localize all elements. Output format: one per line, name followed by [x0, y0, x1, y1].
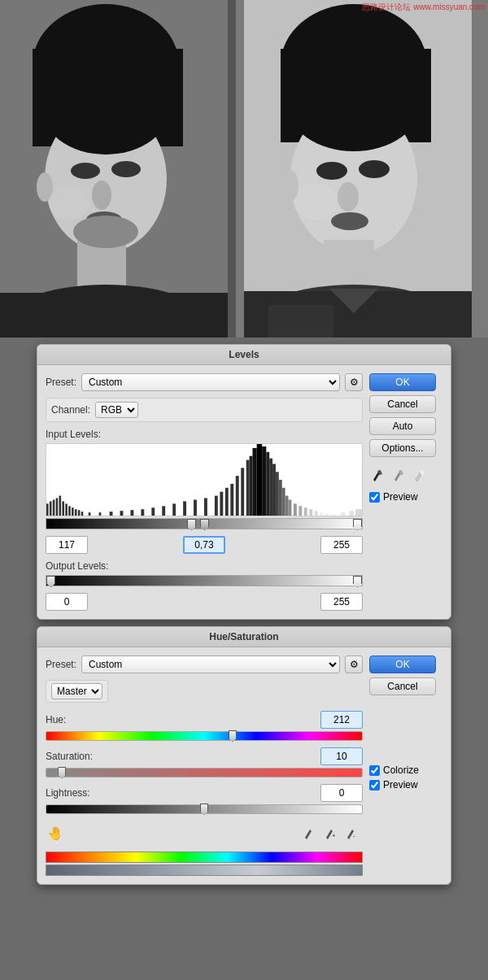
levels-preset-select[interactable]: Custom: [81, 373, 340, 391]
svg-point-24: [331, 212, 368, 230]
photo-after: [244, 0, 472, 338]
gray-eyedropper-icon[interactable]: [390, 466, 408, 484]
levels-channel-row: Channel: RGB: [46, 398, 363, 422]
svg-point-20: [287, 57, 420, 151]
watermark: 思路设计论坛 www.missyuan.com: [362, 2, 485, 13]
svg-rect-54: [183, 501, 186, 516]
hue-slider-track[interactable]: [46, 731, 363, 741]
svg-rect-41: [72, 507, 74, 516]
svg-rect-71: [276, 472, 279, 516]
svg-rect-86: [355, 509, 362, 516]
svg-rect-68: [266, 452, 269, 516]
input-white-handle[interactable]: [353, 519, 362, 530]
levels-gear-button[interactable]: ⚙: [345, 373, 363, 391]
svg-point-29: [294, 184, 338, 220]
svg-rect-12: [0, 293, 228, 338]
levels-options-button[interactable]: Options...: [369, 439, 436, 457]
svg-point-21: [316, 162, 347, 180]
levels-cancel-button[interactable]: Cancel: [369, 395, 436, 413]
svg-rect-31: [268, 305, 333, 338]
hue-slider-thumb[interactable]: [229, 730, 237, 742]
black-eyedropper-icon[interactable]: [369, 466, 387, 484]
svg-point-7: [111, 161, 141, 177]
hs-master-select[interactable]: Master: [51, 683, 102, 699]
input-levels-slider[interactable]: [46, 518, 363, 533]
hs-preview-label: Preview: [383, 779, 418, 791]
levels-preset-row: Preset: Custom ⚙: [46, 373, 363, 391]
hue-label: Hue:: [46, 714, 66, 725]
svg-rect-52: [162, 506, 165, 516]
white-eyedropper-icon[interactable]: [412, 466, 429, 484]
input-mid-field[interactable]: [183, 536, 225, 554]
lightness-slider-track[interactable]: [46, 804, 363, 814]
lightness-label: Lightness:: [46, 787, 90, 799]
svg-point-23: [338, 182, 359, 211]
levels-ok-button[interactable]: OK: [369, 373, 436, 391]
hs-preset-row: Preset: Custom ⚙: [46, 656, 363, 673]
svg-rect-49: [130, 510, 133, 516]
hue-value-input[interactable]: [320, 711, 363, 729]
levels-dialog: Levels Preset: Custom ⚙ Channel: RGB Inp…: [37, 344, 451, 620]
levels-auto-button[interactable]: Auto: [369, 417, 436, 435]
saturation-slider-track[interactable]: [46, 768, 363, 777]
svg-rect-51: [151, 507, 155, 516]
svg-point-5: [41, 57, 171, 155]
levels-dialog-left: Preset: Custom ⚙ Channel: RGB Input Leve…: [46, 373, 363, 611]
output-min-field[interactable]: [46, 593, 88, 611]
photo-before: [0, 0, 228, 338]
lightness-value-input[interactable]: [320, 784, 363, 802]
saturation-slider-thumb[interactable]: [58, 767, 66, 778]
hs-eyedropper-add-icon[interactable]: +: [322, 824, 340, 842]
hs-preview-checkbox[interactable]: [369, 780, 380, 791]
input-black-handle[interactable]: [187, 519, 196, 530]
svg-rect-57: [215, 496, 218, 516]
levels-preset-label: Preset:: [46, 377, 76, 388]
output-levels-slider[interactable]: [46, 575, 363, 590]
colorize-checkbox[interactable]: [369, 765, 380, 776]
svg-rect-40: [68, 506, 71, 516]
levels-channel-select[interactable]: RGB: [95, 402, 138, 418]
saturation-value-input[interactable]: [320, 747, 363, 765]
hs-cancel-button[interactable]: Cancel: [369, 677, 436, 695]
lightness-slider-thumb[interactable]: [200, 804, 208, 815]
output-levels-label: Output Levels:: [46, 560, 363, 572]
svg-rect-63: [246, 460, 250, 516]
levels-preview-checkbox[interactable]: [369, 492, 380, 503]
svg-text:+: +: [332, 832, 336, 839]
svg-rect-74: [285, 496, 289, 516]
hs-ok-button[interactable]: OK: [369, 656, 436, 673]
input-max-field[interactable]: [320, 536, 363, 554]
hs-eyedropper-subtract-icon[interactable]: -: [343, 824, 361, 842]
hue-saturation-dialog: Hue/Saturation Preset: Custom ⚙ Master: [37, 626, 451, 885]
levels-dialog-title: Levels: [37, 345, 451, 365]
svg-rect-75: [288, 499, 291, 516]
output-black-handle[interactable]: [46, 576, 55, 587]
output-max-field[interactable]: [320, 593, 363, 611]
hs-gear-button[interactable]: ⚙: [345, 656, 363, 673]
input-min-field[interactable]: [46, 536, 88, 554]
histogram: [46, 443, 363, 516]
svg-rect-56: [204, 498, 207, 516]
hs-dialog-title: Hue/Saturation: [37, 627, 451, 647]
svg-text:-: -: [353, 832, 355, 839]
svg-rect-79: [309, 509, 312, 516]
hand-tool-icon[interactable]: 🤚: [47, 825, 63, 841]
svg-rect-80: [315, 511, 318, 516]
svg-rect-61: [236, 476, 239, 516]
lightness-slider-section: Lightness:: [46, 784, 363, 814]
hs-eyedropper-icon[interactable]: [301, 824, 319, 842]
svg-point-13: [73, 216, 138, 248]
svg-rect-47: [110, 512, 113, 516]
svg-rect-85: [349, 511, 353, 516]
input-mid-handle[interactable]: [200, 519, 209, 530]
svg-rect-58: [220, 492, 223, 516]
svg-rect-37: [59, 496, 62, 516]
svg-rect-50: [141, 509, 144, 516]
svg-rect-65: [252, 448, 256, 516]
hs-color-bars: [46, 852, 363, 876]
levels-preview-label: Preview: [383, 491, 418, 503]
hs-preset-select[interactable]: Custom: [81, 656, 340, 673]
svg-rect-72: [279, 480, 282, 516]
svg-point-30: [282, 170, 298, 201]
output-white-handle[interactable]: [353, 576, 362, 587]
